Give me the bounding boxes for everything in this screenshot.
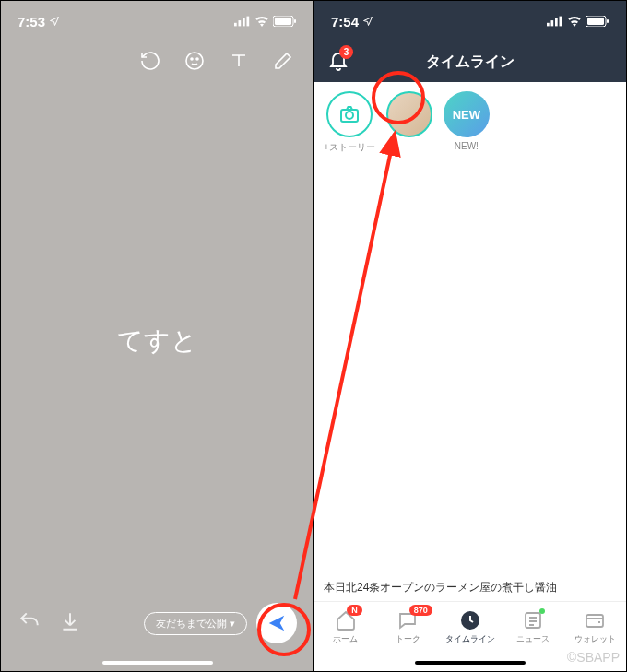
svg-rect-11 [551, 20, 554, 26]
story-add[interactable]: +ストーリー [324, 91, 375, 154]
sticker-icon[interactable] [183, 49, 207, 73]
tab-talk[interactable]: トーク 870 [377, 602, 440, 653]
home-indicator[interactable] [415, 661, 526, 665]
svg-rect-10 [547, 23, 550, 27]
story-text-content[interactable]: てすと [1, 324, 314, 359]
svg-point-7 [186, 53, 203, 69]
tab-wallet-label: ウォレット [574, 633, 616, 645]
svg-rect-16 [607, 19, 609, 23]
story-user-label [408, 141, 410, 151]
svg-rect-12 [555, 18, 558, 26]
status-time: 7:54 [331, 14, 359, 29]
status-bar-right: 7:54 [314, 1, 626, 41]
story-new[interactable]: NEW NEW! [444, 91, 490, 154]
feed-post-snippet[interactable]: 本日北24条オープンのラーメン屋の煮干し醤油 [324, 580, 619, 595]
story-user-avatar[interactable] [386, 91, 432, 154]
svg-rect-6 [294, 19, 296, 23]
privacy-label: 友だちまで公開 [156, 618, 227, 629]
tab-news[interactable]: ニュース [502, 602, 564, 653]
send-icon [266, 613, 287, 633]
tab-talk-label: トーク [396, 633, 420, 645]
tab-talk-badge: 870 [409, 605, 432, 616]
download-icon[interactable] [58, 609, 82, 637]
svg-rect-3 [247, 17, 250, 27]
stories-row: +ストーリー NEW NEW! [314, 82, 626, 159]
svg-rect-2 [243, 18, 245, 26]
retry-icon[interactable] [138, 49, 162, 73]
svg-rect-13 [560, 17, 562, 27]
story-add-label: +ストーリー [324, 141, 375, 154]
wifi-icon [567, 16, 582, 27]
svg-rect-1 [239, 20, 242, 26]
draw-icon[interactable] [271, 49, 295, 73]
tab-home-badge: N [347, 605, 362, 616]
clock-icon [459, 609, 481, 631]
bell-badge: 3 [339, 45, 353, 59]
page-title: タイムライン [426, 53, 515, 72]
svg-rect-5 [275, 18, 291, 25]
battery-icon [273, 16, 297, 27]
status-bar-left: 7:53 [1, 1, 314, 41]
timeline-screen: 7:54 3 タイムライン +ストーリー [314, 1, 626, 671]
editor-bottom-bar: 友だちまで公開 ▾ [1, 603, 314, 643]
story-editor-screen: 7:53 てすと 友だちまで公開 ▾ [1, 1, 314, 671]
wifi-icon [254, 16, 269, 27]
text-icon[interactable] [227, 49, 251, 73]
timeline-header: 3 タイムライン [314, 41, 626, 82]
story-new-text: NEW [444, 91, 490, 137]
tab-home[interactable]: ホーム N [314, 602, 377, 653]
tab-timeline-label: タイムライン [445, 633, 495, 645]
tab-home-label: ホーム [333, 633, 358, 645]
battery-icon [586, 16, 609, 27]
camera-icon [338, 103, 361, 125]
svg-rect-21 [586, 615, 603, 627]
svg-point-18 [346, 112, 353, 119]
location-icon [362, 16, 373, 27]
wallet-icon [584, 609, 606, 631]
location-icon [49, 16, 60, 27]
undo-icon[interactable] [18, 609, 41, 637]
svg-point-8 [191, 58, 193, 60]
send-button[interactable] [256, 603, 297, 643]
tab-wallet[interactable]: ウォレット [563, 602, 626, 653]
tab-news-dot [539, 608, 545, 614]
signal-icon [547, 16, 563, 27]
svg-rect-0 [234, 23, 237, 27]
svg-rect-15 [587, 18, 604, 25]
svg-point-9 [196, 58, 198, 60]
tab-news-label: ニュース [516, 633, 550, 645]
signal-icon [234, 16, 251, 27]
notifications-button[interactable]: 3 [327, 49, 349, 75]
watermark: ©SBAPP [567, 650, 620, 665]
story-new-label: NEW! [455, 141, 479, 151]
tab-bar: ホーム N トーク 870 タイムライン ニュース ウォレット [314, 601, 626, 653]
editor-toolbar [1, 41, 314, 73]
tab-timeline[interactable]: タイムライン [439, 602, 502, 653]
home-indicator[interactable] [102, 661, 213, 665]
privacy-selector[interactable]: 友だちまで公開 ▾ [144, 612, 247, 635]
status-time: 7:53 [18, 14, 45, 29]
